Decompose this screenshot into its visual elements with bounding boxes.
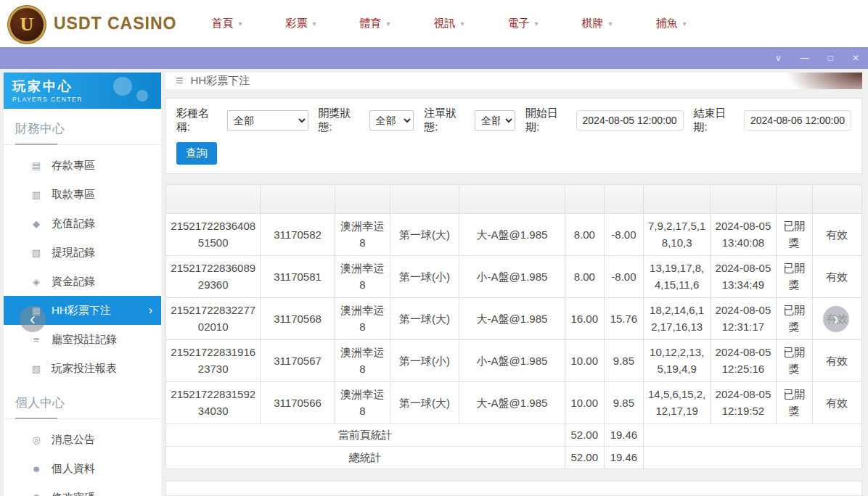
nav-item[interactable]: 棋牌 ▾	[582, 17, 613, 30]
finance-menu: ▤ 存款專區 › ▥ 取款專區 › ◆ 充值記錄 › ▧ 提現記錄 › ◈ 資金…	[4, 145, 161, 383]
page-title: HH彩票下注	[191, 74, 250, 88]
sidebar-menu-item[interactable]: ☻ 個人資料 ›	[4, 454, 161, 483]
cell-bet-status: 有效	[812, 340, 861, 382]
cell-bet-status: 有效	[812, 256, 861, 298]
column-header	[711, 185, 776, 214]
search-button[interactable]: 查詢	[176, 142, 217, 165]
cell-win-loss: -8.00	[604, 214, 643, 256]
bets-table-panel: 2152172283640851500 31170582 澳洲幸运8 第一球(大…	[165, 184, 862, 469]
sidebar-menu-item[interactable]: ◎ 消息公告 ›	[4, 425, 161, 454]
sidebar-subtitle: PLAYERS CENTER	[12, 96, 152, 103]
chevron-down-icon: ▾	[535, 20, 539, 28]
cell-order-number: 2152172283640851500	[166, 214, 261, 256]
cell-draw-result: 18,2,14,6,12,17,16,13	[644, 298, 711, 340]
column-header	[261, 185, 335, 214]
column-header	[390, 185, 459, 214]
menu-item-label: 修改密碼	[52, 491, 95, 496]
column-header	[166, 185, 261, 214]
table-summary: 當前頁統計 52.00 19.46 總統計 52.00 19.46	[166, 424, 862, 469]
cell-order-number: 2152172283191623730	[166, 340, 261, 382]
cell-bet-time: 2024-08-05 12:25:16	[711, 340, 776, 382]
cell-lottery-name: 澳洲幸运8	[335, 214, 390, 256]
minimize-icon[interactable]: —	[801, 54, 809, 62]
cell-win-loss: 9.85	[604, 340, 643, 382]
nav-item[interactable]: 彩票 ▾	[285, 17, 316, 30]
cell-play-type: 第一球(小)	[390, 340, 459, 382]
sidebar-menu-item[interactable]: ◆ 充值記錄 ›	[4, 209, 161, 238]
start-date-label: 開始日期:	[525, 107, 571, 134]
maximize-icon[interactable]: □	[828, 54, 833, 62]
summary-empty	[644, 424, 862, 447]
column-header	[335, 185, 390, 214]
sidebar-menu-item[interactable]: ▧ 提現記錄 ›	[4, 238, 161, 267]
cell-draw-result: 10,12,2,13,5,19,4,9	[644, 340, 711, 382]
menu-item-label: HH彩票下注	[52, 304, 111, 318]
cell-bet-status: 有效	[812, 214, 861, 256]
cell-period: 31170568	[261, 298, 335, 340]
nav-item[interactable]: 捕魚 ▾	[656, 17, 687, 30]
summary-label: 當前頁統計	[166, 424, 565, 447]
menu-item-icon: ▤	[30, 160, 43, 171]
chevron-down-icon: ▾	[312, 20, 316, 28]
cell-period: 31170582	[261, 214, 335, 256]
sidebar-menu-item[interactable]: ⚙ 修改密碼 ›	[4, 483, 161, 496]
lottery-type-select[interactable]: 全部	[227, 110, 308, 131]
billiard-ball-icon	[113, 77, 132, 96]
collapse-chevron-icon[interactable]: ∨	[775, 54, 782, 62]
nav-item-label: 體育	[360, 17, 382, 30]
cell-draw-result: 7,9,2,17,5,18,10,3	[644, 214, 711, 256]
table-row: 2152172283227702010 31170568 澳洲幸运8 第一球(大…	[166, 298, 862, 340]
summary-bet-amount: 52.00	[565, 424, 604, 447]
chevron-right-icon: ›	[149, 304, 152, 317]
pagination-panel	[165, 481, 862, 496]
summary-row: 總統計 52.00 19.46	[166, 447, 862, 469]
menu-item-icon: ⚙	[30, 492, 43, 496]
cell-bet-info: 小-A盤@1.985	[459, 256, 565, 298]
sidebar-menu-item[interactable]: ▨ 玩家投注報表 ›	[4, 354, 161, 383]
cell-bet-time: 2024-08-05 13:40:08	[711, 214, 776, 256]
nav-item[interactable]: 視訊 ▾	[434, 17, 464, 30]
cell-play-type: 第一球(大)	[390, 382, 459, 424]
menu-item-label: 提現記錄	[52, 246, 95, 260]
hamburger-icon[interactable]: ≡	[176, 73, 184, 88]
column-header	[812, 185, 861, 214]
sidebar-menu-item[interactable]: ▤ 存款專區 ›	[4, 151, 161, 180]
cell-bet-info: 大-A盤@1.985	[459, 298, 565, 340]
cell-play-type: 第一球(大)	[390, 298, 459, 340]
app-body: 玩家中心 PLAYERS CENTER 財務中心 ▤ 存款專區 › ▥ 取款專區…	[0, 69, 868, 496]
bet-status-select[interactable]: 全部	[475, 110, 515, 131]
menu-item-icon: ◎	[30, 434, 43, 445]
top-bar: U USDT CASINO 首頁 ▾ 彩票 ▾ 體育 ▾ 視訊 ▾ 電子 ▾ 棋…	[0, 0, 868, 47]
cell-order-number: 2152172283227702010	[166, 298, 261, 340]
menu-item-label: 個人資料	[52, 462, 95, 476]
menu-item-icon: ◆	[30, 218, 43, 229]
nav-item[interactable]: 體育 ▾	[360, 17, 390, 30]
logo[interactable]: U USDT CASINO	[9, 7, 176, 41]
menu-item-label: 玩家投注報表	[52, 362, 117, 376]
table-row: 2152172283608929360 31170581 澳洲幸运8 第一球(小…	[166, 256, 862, 298]
cell-win-loss: 9.85	[604, 382, 643, 424]
cell-bet-time: 2024-08-05 12:19:52	[711, 382, 776, 424]
column-header	[459, 185, 565, 214]
cell-bet-amount: 10.00	[565, 340, 604, 382]
cell-bet-amount: 10.00	[565, 382, 604, 424]
next-arrow-button[interactable]: ›	[823, 306, 849, 332]
sidebar-menu-item[interactable]: ◈ 資金記錄 ›	[4, 267, 161, 296]
end-date-input[interactable]	[744, 110, 851, 131]
menu-item-icon: ≡	[30, 334, 43, 345]
prev-arrow-button[interactable]: ‹	[20, 306, 46, 332]
filter-row: 彩種名稱: 全部 開獎狀態: 全部 注單狀態: 全部	[176, 107, 851, 134]
sidebar-menu-item[interactable]: ▥ 取款專區 ›	[4, 180, 161, 209]
close-icon[interactable]: ✕	[852, 54, 859, 62]
cell-lottery-name: 澳洲幸运8	[335, 340, 390, 382]
filter-panel: 彩種名稱: 全部 開獎狀態: 全部 注單狀態: 全部	[165, 98, 862, 174]
start-date-input[interactable]	[576, 110, 684, 131]
nav-item[interactable]: 首頁 ▾	[211, 17, 242, 30]
summary-win-loss: 19.46	[604, 447, 643, 469]
nav-item[interactable]: 電子 ▾	[508, 17, 539, 30]
menu-item-label: 充值記錄	[52, 217, 95, 231]
draw-status-select[interactable]: 全部	[369, 110, 414, 131]
nav-item-label: 視訊	[434, 17, 456, 30]
column-header	[565, 185, 604, 214]
cell-period: 31170566	[261, 382, 335, 424]
